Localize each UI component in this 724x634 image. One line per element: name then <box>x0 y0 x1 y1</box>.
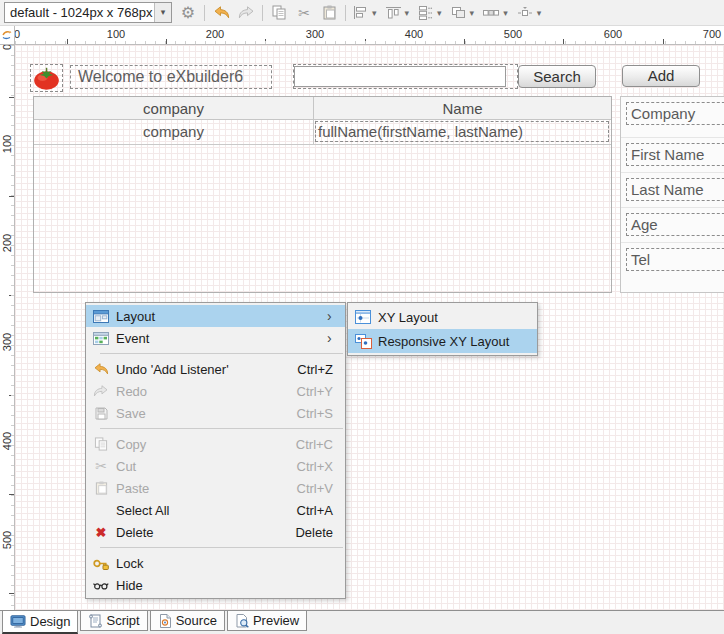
form-label-age[interactable]: Age <box>626 213 724 236</box>
context-menu: Layout › Event › Undo 'Add Listener' Ctr… <box>85 302 346 599</box>
distribute-icon <box>418 6 433 20</box>
form-label-tel[interactable]: Tel <box>626 248 724 271</box>
align-horizontal-dropdown[interactable]: ▾ <box>353 6 379 19</box>
welcome-label[interactable]: Welcome to eXbuilder6 <box>70 65 272 89</box>
form-row: Last Name <box>621 172 724 207</box>
form-label-last-name[interactable]: Last Name <box>626 178 724 201</box>
ruler-label: 300 <box>1 329 13 355</box>
match-size-dropdown[interactable]: ▾ <box>483 7 510 19</box>
menu-item-paste[interactable]: Paste Ctrl+V <box>86 477 345 499</box>
ruler-tick <box>9 295 14 296</box>
grid-header-row: company Name <box>34 97 611 120</box>
toolbar-separator <box>345 5 346 21</box>
redo-button[interactable] <box>237 3 255 23</box>
scissors-icon: ✂ <box>298 5 310 21</box>
search-field-selection <box>293 64 518 89</box>
grid-cell-name[interactable]: fullName(firstName, lastName) <box>314 120 611 144</box>
menu-item-layout[interactable]: Layout › <box>86 305 345 327</box>
tab-preview[interactable]: Preview <box>227 611 307 631</box>
delete-icon: ✖ <box>86 525 116 540</box>
screen-preset-dropdown[interactable]: default - 1024px x 768px ▾ <box>4 2 172 23</box>
ruler-label: 700 <box>703 28 721 40</box>
add-button[interactable]: Add <box>622 65 700 87</box>
tab-script[interactable]: Script <box>80 611 147 631</box>
toolbar-separator <box>204 5 205 21</box>
distribute-dropdown[interactable]: ▾ <box>418 6 444 20</box>
copy-icon <box>272 5 286 20</box>
submenu-item-responsive-xy-layout[interactable]: Responsive XY Layout <box>348 329 537 353</box>
tab-label: Script <box>106 613 139 628</box>
chevron-down-icon: ▾ <box>501 8 510 18</box>
submenu-item-xy-layout[interactable]: XY Layout <box>348 305 537 329</box>
xy-layout-icon <box>348 310 378 324</box>
form-row: Company <box>621 102 724 137</box>
undo-button[interactable] <box>212 3 230 23</box>
menu-item-cut[interactable]: ✂ Cut Ctrl+X <box>86 455 345 477</box>
grid-cell-company[interactable]: company <box>34 120 314 144</box>
menu-item-copy[interactable]: Copy Ctrl+C <box>86 433 345 455</box>
image-component[interactable] <box>30 64 63 92</box>
chevron-down-icon: ▾ <box>468 8 477 18</box>
chevron-down-icon: ▾ <box>403 8 412 18</box>
tab-label: Source <box>176 613 217 628</box>
form-row: Age <box>621 207 724 242</box>
tab-design[interactable]: Design <box>2 611 78 634</box>
ruler-label: 400 <box>405 28 423 40</box>
tab-source[interactable]: Source <box>150 611 225 631</box>
layout-submenu: XY Layout Responsive XY Layout <box>347 302 538 356</box>
paste-icon <box>323 5 336 20</box>
form-label-first-name[interactable]: First Name <box>626 143 724 166</box>
align-left-icon <box>353 6 368 19</box>
match-size-icon <box>483 7 499 19</box>
align-vertical-dropdown[interactable]: ▾ <box>386 6 412 19</box>
menu-item-event[interactable]: Event › <box>86 327 345 349</box>
menu-item-save[interactable]: Save Ctrl+S <box>86 402 345 424</box>
grid-header-name[interactable]: Name <box>314 97 611 119</box>
ruler-tick <box>464 39 465 44</box>
group-dropdown[interactable]: ▾ <box>451 6 477 19</box>
menu-separator <box>100 547 343 548</box>
save-icon <box>86 407 116 420</box>
ruler-label: 200 <box>206 28 224 40</box>
ruler-tick <box>663 39 664 44</box>
grid-data-row[interactable]: company fullName(firstName, lastName) <box>34 120 611 145</box>
ruler-tick <box>265 39 266 44</box>
menu-item-hide[interactable]: Hide <box>86 574 345 596</box>
copy-button[interactable] <box>270 3 288 23</box>
ruler-label: 200 <box>1 230 13 256</box>
exbuilder-design-window: default - 1024px x 768px ▾ ⚙ ✂ ▾ <box>0 0 724 634</box>
tab-label: Design <box>30 614 70 629</box>
ruler-label: 500 <box>1 527 13 553</box>
ruler-origin-icon <box>1 30 13 40</box>
settings-button[interactable]: ⚙ <box>179 3 197 23</box>
menu-item-redo[interactable]: Redo Ctrl+Y <box>86 380 345 402</box>
menu-item-select-all[interactable]: Select All Ctrl+A <box>86 499 345 521</box>
data-grid[interactable]: company Name company fullName(firstName,… <box>33 96 612 293</box>
fullname-expression[interactable]: fullName(firstName, lastName) <box>315 121 609 142</box>
grid-header-company[interactable]: company <box>34 97 314 119</box>
responsive-xy-layout-icon <box>348 334 378 349</box>
ruler-label: 400 <box>1 428 13 454</box>
search-input[interactable] <box>294 66 506 87</box>
spacing-icon <box>517 6 533 19</box>
hide-glasses-icon <box>86 581 116 590</box>
chevron-down-icon: ▾ <box>535 8 544 18</box>
ruler-label: 100 <box>1 131 13 157</box>
ruler-tick <box>166 39 167 44</box>
preset-value: default - 1024px x 768px <box>5 5 154 20</box>
form-label-company[interactable]: Company <box>626 102 724 125</box>
form-panel[interactable]: Company First Name Last Name Age Tel <box>620 96 724 293</box>
menu-item-delete[interactable]: ✖ Delete Delete <box>86 521 345 543</box>
submenu-arrow-icon: › <box>327 330 345 346</box>
design-icon <box>10 615 26 628</box>
form-row: Tel <box>621 242 724 277</box>
vertical-ruler: 0 100 200 300 400 500 <box>0 45 15 610</box>
layout-icon <box>86 310 116 323</box>
paste-button[interactable] <box>320 3 338 23</box>
search-button[interactable]: Search <box>518 65 596 88</box>
lock-key-icon <box>86 557 116 570</box>
menu-item-undo[interactable]: Undo 'Add Listener' Ctrl+Z <box>86 358 345 380</box>
menu-item-lock[interactable]: Lock <box>86 552 345 574</box>
cut-button[interactable]: ✂ <box>295 3 313 23</box>
spacing-dropdown[interactable]: ▾ <box>517 6 544 19</box>
